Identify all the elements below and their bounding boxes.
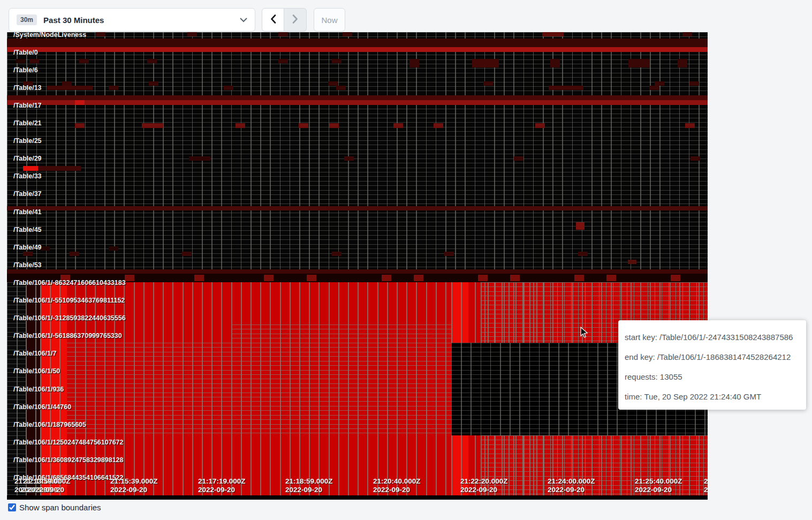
heatmap-band xyxy=(7,32,708,276)
time-axis-label: 21:25:40.000Z xyxy=(635,477,682,486)
row-label: /Table/41 xyxy=(13,208,42,216)
tooltip-start-key: start key: /Table/106/1/-247433150824388… xyxy=(625,327,800,347)
heatmap-band xyxy=(232,325,451,343)
heatmap-cell xyxy=(278,59,288,63)
heatmap-cell xyxy=(328,81,338,86)
heatmap-cell xyxy=(444,252,454,256)
time-axis-label: 2022-09-20 xyxy=(460,486,497,494)
time-range-dropdown[interactable]: 30m Past 30 Minutes xyxy=(9,8,255,32)
row-label: /Table/106/1/1250247484756107672 xyxy=(13,439,124,446)
heatmap-cell xyxy=(125,275,134,281)
time-axis-label: 2022-09-20 xyxy=(635,486,672,494)
time-axis-label: 2022-09-20 xyxy=(110,486,147,494)
heatmap-cell xyxy=(628,260,636,264)
prev-time-button[interactable] xyxy=(262,8,284,32)
tooltip-end-key: end key: /Table/106/1/-18683814745282642… xyxy=(625,347,800,367)
heatmap-cell xyxy=(307,275,316,281)
row-label: /Table/37 xyxy=(13,190,42,198)
time-axis-label: 2022-09-20 xyxy=(704,486,708,494)
heatmap-cell xyxy=(332,59,342,63)
row-label: /Table/13 xyxy=(13,84,42,92)
now-button[interactable]: Now xyxy=(314,8,345,32)
heatmap-cell xyxy=(336,86,346,90)
row-label: /Table/106/1/187965605 xyxy=(13,421,86,428)
heatmap-cell xyxy=(147,59,157,63)
chevron-left-icon xyxy=(270,14,276,26)
row-label: /Table/33 xyxy=(13,172,42,180)
row-label: /Table/0 xyxy=(13,49,38,56)
heatmap-cell xyxy=(574,275,584,281)
heatmap-cell xyxy=(38,166,81,171)
time-axis-label: 21:27:20.000Z xyxy=(704,477,708,486)
heatmap-cell xyxy=(409,59,419,67)
heatmap-cell xyxy=(189,156,210,161)
time-axis-label: 2022-09-20 xyxy=(27,486,64,494)
heatmap-cell xyxy=(472,59,499,67)
heatmap-cell xyxy=(75,123,85,128)
heatmap-band xyxy=(7,95,708,100)
heatmap-cell xyxy=(649,86,659,90)
time-axis-label: 21:13:59.000Z xyxy=(23,477,71,486)
row-label: /Table/106/1/-3128593822440635556 xyxy=(13,314,126,322)
row-label: /Table/106/1/-561886370999765330 xyxy=(13,332,122,340)
heatmap-cell xyxy=(414,275,423,281)
row-label: /Table/106/1/7 xyxy=(13,350,56,357)
heatmap-cell xyxy=(224,86,233,90)
row-label: /Table/49 xyxy=(13,244,42,251)
heatmap-cell xyxy=(236,123,245,128)
show-span-boundaries-checkbox[interactable] xyxy=(8,503,16,511)
row-label: /Table/29 xyxy=(13,155,42,162)
heatmap-cell xyxy=(655,81,664,86)
heatmap-cell xyxy=(23,252,33,256)
time-axis-label: 2022-09-20 xyxy=(198,486,235,494)
heatmap-band xyxy=(451,282,468,343)
heatmap-band xyxy=(7,495,708,500)
heatmap-cell xyxy=(678,59,687,67)
row-label: /Table/106/1/-5510953463769811152 xyxy=(13,297,125,304)
heatmap-cell xyxy=(47,86,93,90)
heatmap-tooltip: start key: /Table/106/1/-247433150824388… xyxy=(618,320,806,410)
heatmap-cell xyxy=(478,275,488,281)
row-label: /Table/106/1/3608924758329898128 xyxy=(13,456,124,464)
row-label: /Table/25 xyxy=(13,137,42,145)
heatmap-cell xyxy=(299,123,308,128)
heatmap-cell xyxy=(628,59,650,67)
heatmap-cell xyxy=(79,59,89,63)
heatmap-cell xyxy=(278,32,288,36)
time-range-label: Past 30 Minutes xyxy=(43,16,240,25)
row-label: /Table/106/1/-8632471606610433183 xyxy=(13,279,126,287)
time-axis-label: 21:20:40.000Z xyxy=(373,477,421,486)
heatmap-band xyxy=(7,100,708,105)
time-axis-label: 21:18:59.000Z xyxy=(285,477,333,486)
heatmap-cell xyxy=(606,275,616,281)
heatmap-cell xyxy=(671,275,680,281)
heatmap-cell xyxy=(549,86,583,90)
chevron-down-icon xyxy=(240,18,247,22)
tooltip-time: time: Tue, 20 Sep 2022 21:24:40 GMT xyxy=(625,387,800,406)
key-visualizer-heatmap[interactable]: /System/NodeLiveness/Table/0/Table/6/Tab… xyxy=(7,32,708,500)
heatmap-cell xyxy=(187,32,197,36)
heatmap-cell xyxy=(576,222,585,230)
next-time-button[interactable] xyxy=(284,8,307,32)
heatmap-cell xyxy=(182,252,192,256)
heatmap-cell xyxy=(264,275,274,281)
row-label: /Table/106/1/44760 xyxy=(13,403,71,411)
heatmap-cell xyxy=(689,81,699,86)
time-axis-label: 2022-09-20 xyxy=(285,486,322,494)
heatmap-cell xyxy=(332,252,342,256)
heatmap-cell xyxy=(149,81,158,86)
time-axis-label: 21:24:00.000Z xyxy=(548,477,595,486)
heatmap-cell xyxy=(393,123,403,128)
time-axis-label: 21:22:20.000Z xyxy=(460,477,508,486)
heatmap-cell xyxy=(510,275,520,281)
heatmap-band xyxy=(7,269,708,274)
heatmap-cell xyxy=(62,81,72,86)
heatmap-cell xyxy=(690,156,700,161)
row-label: /Table/17 xyxy=(13,102,42,109)
row-label: /Table/21 xyxy=(13,119,42,127)
heatmap-cell xyxy=(329,123,339,128)
heatmap-band xyxy=(481,435,708,495)
heatmap-cell xyxy=(382,275,391,281)
heatmap-cell xyxy=(75,100,85,105)
heatmap-cell xyxy=(29,59,39,63)
